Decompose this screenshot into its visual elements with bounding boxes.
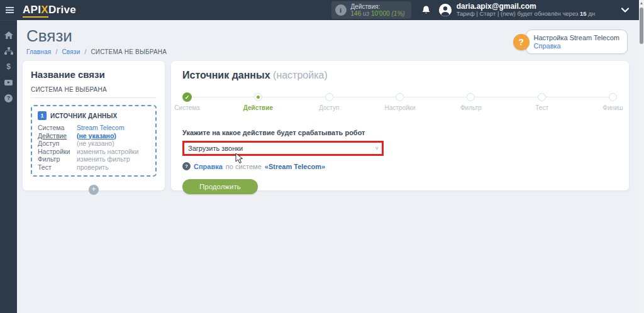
logo-text-drive: Drive <box>48 4 76 16</box>
breadcrumb-current: СИСТЕМА НЕ ВЫБРАНА <box>91 48 167 55</box>
notifications-bell-icon[interactable] <box>421 5 431 15</box>
dollar-icon: $ <box>6 62 11 71</box>
step-access[interactable]: Доступ <box>325 92 334 102</box>
user-plan-info: Тариф | Старт | (new) будет обновлён чер… <box>457 10 595 18</box>
chevron-down-icon[interactable] <box>621 8 629 13</box>
data-source-settings-card: Источник данных (настройка) Система Дейс… <box>171 61 629 190</box>
home-icon <box>4 31 13 39</box>
top-bar: APIXDrive i Действия: 146 из 10'000 (1%)… <box>0 0 639 20</box>
step-action[interactable]: Действие <box>253 92 263 102</box>
step-circle-icon <box>467 93 475 101</box>
select-chevron-icon: ˅ <box>375 145 379 151</box>
connection-name-title: Название связи <box>31 69 157 80</box>
source-action-link[interactable]: (не указано) <box>77 132 116 140</box>
hamburger-menu-icon[interactable] <box>0 4 19 16</box>
step-system[interactable]: Система <box>182 92 192 102</box>
connection-name-card: Название связи СИСТЕМА НЕ ВЫБРАНА 1 ИСТО… <box>23 61 165 190</box>
source-row-access: Доступ (не указано) <box>38 140 150 148</box>
user-email: daria.apix@gmail.com <box>457 3 595 10</box>
sidebar-item-video-tutorials[interactable] <box>0 78 17 87</box>
sidebar: $ ? <box>0 20 17 313</box>
step-filter[interactable]: Фильтр <box>466 92 475 102</box>
settings-card-subtitle: (настройка) <box>273 70 328 80</box>
setup-stepper: Система Действие Доступ Настройки <box>182 92 618 114</box>
help-question-icon: ? <box>182 162 191 170</box>
actions-counter[interactable]: i Действия: 146 из 10'000 (1%) <box>331 1 411 19</box>
scrollbar-thumb[interactable] <box>640 8 643 44</box>
step-circle-icon <box>538 93 546 101</box>
system-help-system-name[interactable]: «Stream Telecom» <box>265 163 325 170</box>
step-circle-icon <box>609 93 617 101</box>
app-logo[interactable]: APIXDrive <box>23 4 76 16</box>
help-callout: ? Настройка Stream Telecom Справка <box>526 30 628 54</box>
action-select[interactable]: Загрузить звонки ˅ <box>184 143 382 154</box>
add-system-button[interactable]: + <box>89 185 99 195</box>
info-icon: i <box>335 4 347 16</box>
action-question-label: Укажите на какое действие будет срабатыв… <box>182 129 618 136</box>
main-content: Связи Главная / Связи / СИСТЕМА НЕ ВЫБРА… <box>17 20 639 313</box>
logo-text-api: API <box>23 4 41 16</box>
sidebar-item-billing[interactable]: $ <box>0 62 17 71</box>
help-callout-title: Настройка Stream Telecom <box>534 34 619 41</box>
step-circle-icon <box>325 93 333 101</box>
source-number-badge: 1 <box>38 111 47 120</box>
step-check-icon <box>182 92 192 102</box>
continue-button[interactable]: Продолжить <box>182 179 258 194</box>
actions-counter-title: Действия: <box>351 3 405 10</box>
source-row-test: Тест проверить <box>38 163 150 172</box>
source-row-filter: Фильтр изменить фильтр <box>38 155 150 163</box>
user-menu[interactable]: daria.apix@gmail.com Тариф | Старт | (ne… <box>457 3 595 18</box>
step-active-dot-icon <box>254 93 262 101</box>
step-settings[interactable]: Настройки <box>395 92 404 102</box>
breadcrumb-home[interactable]: Главная <box>26 48 51 55</box>
system-help-link[interactable]: Справка <box>194 163 223 170</box>
source-system-link[interactable]: Stream Telecom <box>77 124 125 132</box>
step-finish[interactable]: Финиш <box>608 92 618 102</box>
sidebar-item-home[interactable] <box>0 31 17 40</box>
data-source-summary: 1 ИСТОЧНИК ДАННЫХ Система Stream Telecom… <box>31 105 157 177</box>
source-row-system: Система Stream Telecom <box>38 124 150 132</box>
user-avatar[interactable] <box>439 4 452 16</box>
youtube-icon <box>4 80 13 85</box>
sidebar-item-connections[interactable] <box>0 47 17 55</box>
scrollbar-up-arrow[interactable] <box>640 2 643 4</box>
help-callout-link[interactable]: Справка <box>534 42 619 50</box>
logo-text-x: X <box>41 4 48 16</box>
help-callout-question-icon[interactable]: ? <box>513 34 530 50</box>
action-select-highlight: Загрузить звонки ˅ <box>182 141 384 156</box>
source-row-settings: Настройки изменить настройки <box>38 148 150 156</box>
connection-name-value[interactable]: СИСТЕМА НЕ ВЫБРАНА <box>31 86 157 98</box>
question-icon: ? <box>4 94 13 102</box>
breadcrumb-section[interactable]: Связи <box>62 48 80 55</box>
source-row-action: Действие (не указано) <box>38 132 150 140</box>
action-select-value: Загрузить звонки <box>188 145 243 152</box>
settings-card-title: Источник данных <box>182 70 270 80</box>
step-test[interactable]: Тест <box>537 92 547 102</box>
sitemap-icon <box>4 47 13 55</box>
source-heading: ИСТОЧНИК ДАННЫХ <box>50 113 117 119</box>
step-circle-icon <box>396 93 404 101</box>
system-help-line: ? Справка по системе «Stream Telecom» <box>182 162 618 170</box>
scrollbar[interactable] <box>639 0 644 313</box>
actions-counter-value: 146 из 10'000 (1%) <box>351 10 405 17</box>
mouse-cursor <box>235 153 244 167</box>
sidebar-item-help[interactable]: ? <box>0 94 17 102</box>
